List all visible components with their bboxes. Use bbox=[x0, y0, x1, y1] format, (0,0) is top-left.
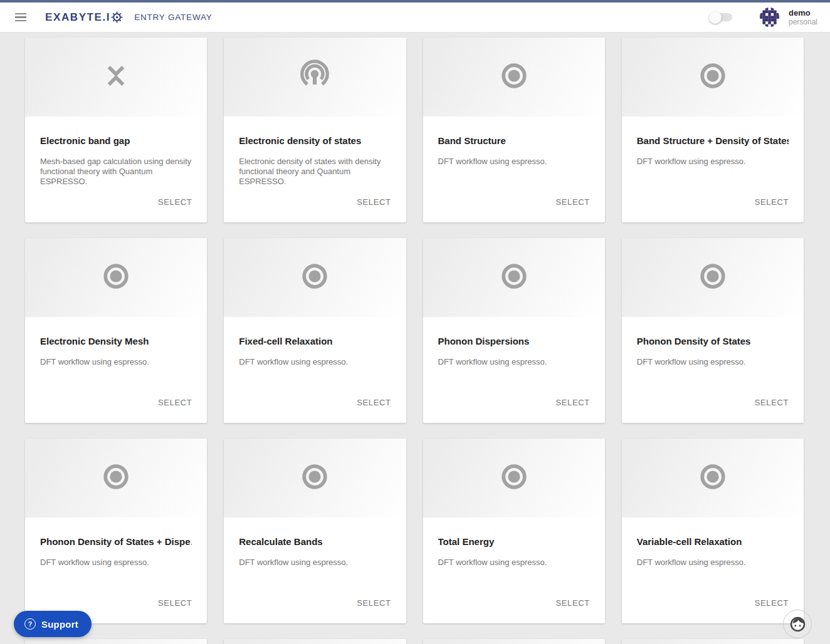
user-info[interactable]: demo personal bbox=[789, 8, 817, 27]
workflow-card: Electronic band gap Mesh-based gap calcu… bbox=[25, 38, 207, 222]
card-title: Phonon Density of States + Dispe… bbox=[40, 536, 192, 547]
select-button[interactable]: SELECT bbox=[158, 195, 192, 209]
card-description: DFT workflow using espresso. bbox=[438, 357, 590, 367]
card-title: Total Energy bbox=[438, 536, 590, 547]
workflow-card: Phonon Density of States DFT workflow us… bbox=[622, 238, 804, 423]
toggle-knob[interactable] bbox=[709, 11, 722, 24]
card-description: DFT workflow using espresso. bbox=[40, 558, 192, 568]
select-button[interactable]: SELECT bbox=[556, 195, 590, 209]
app-header: EXABYTE.I ENTRY GATEWAY demo personal bbox=[0, 3, 830, 33]
card-title: Fixed-cell Relaxation bbox=[239, 336, 391, 346]
card-media bbox=[423, 38, 605, 117]
bullseye-icon bbox=[500, 61, 528, 93]
workflow-card: Electronic Density Mesh DFT workflow usi… bbox=[25, 238, 207, 423]
user-name: demo bbox=[789, 8, 817, 18]
bullseye-icon bbox=[102, 462, 130, 494]
select-button[interactable]: SELECT bbox=[357, 195, 391, 209]
card-media bbox=[224, 439, 406, 517]
select-button[interactable]: SELECT bbox=[556, 395, 590, 410]
card-description: DFT workflow using espresso. bbox=[438, 558, 590, 568]
workflow-card: Band Structure DFT workflow using espres… bbox=[423, 38, 605, 222]
workflow-card: Band Structure + Density of States DFT w… bbox=[622, 38, 804, 222]
select-button[interactable]: SELECT bbox=[755, 596, 789, 610]
card-description: DFT workflow using espresso. bbox=[40, 357, 192, 367]
workflow-card-partial bbox=[25, 639, 207, 644]
support-button-label: Support bbox=[41, 619, 78, 630]
chat-face-button[interactable] bbox=[783, 610, 812, 638]
card-description: DFT workflow using espresso. bbox=[438, 157, 590, 167]
workflow-card-partial bbox=[224, 639, 406, 644]
face-icon bbox=[789, 616, 806, 633]
bullseye-icon bbox=[500, 262, 528, 293]
select-button[interactable]: SELECT bbox=[556, 596, 590, 610]
card-title: Band Structure bbox=[438, 135, 590, 146]
card-description: DFT workflow using espresso. bbox=[637, 558, 789, 568]
workflow-card: Phonon Dispersions DFT workflow using es… bbox=[423, 238, 605, 423]
workflow-card: Total Energy DFT workflow using espresso… bbox=[423, 439, 605, 623]
card-title: Electronic Density Mesh bbox=[40, 336, 192, 346]
brand-logo[interactable]: EXABYTE.I bbox=[45, 11, 123, 24]
theme-toggle[interactable] bbox=[711, 13, 732, 21]
user-account-type: personal bbox=[789, 18, 817, 26]
card-title: Phonon Density of States bbox=[637, 336, 789, 346]
card-title: Phonon Dispersions bbox=[438, 336, 590, 346]
card-title: Variable-cell Relaxation bbox=[637, 536, 789, 547]
brand-logo-text: EXABYTE.I bbox=[45, 11, 110, 24]
bullseye-icon bbox=[500, 462, 528, 494]
select-button[interactable]: SELECT bbox=[357, 395, 391, 410]
card-title: Band Structure + Density of States bbox=[637, 135, 789, 146]
card-media bbox=[224, 38, 406, 117]
hamburger-menu-icon[interactable] bbox=[10, 7, 31, 28]
avatar[interactable] bbox=[760, 8, 779, 27]
workflow-card-grid: Electronic band gap Mesh-based gap calcu… bbox=[0, 33, 830, 644]
card-media bbox=[423, 238, 605, 317]
card-media bbox=[622, 238, 804, 317]
card-title: Electronic band gap bbox=[40, 135, 192, 146]
support-button[interactable]: ? Support bbox=[14, 611, 92, 637]
card-title: Electronic density of states bbox=[239, 135, 391, 146]
band-gap-icon bbox=[103, 63, 129, 91]
workflow-card: Fixed-cell Relaxation DFT workflow using… bbox=[224, 238, 406, 423]
select-button[interactable]: SELECT bbox=[357, 596, 391, 610]
card-description: DFT workflow using espresso. bbox=[239, 558, 391, 568]
card-media bbox=[622, 38, 804, 117]
bullseye-icon bbox=[300, 262, 329, 293]
question-mark-icon: ? bbox=[24, 618, 36, 630]
broadcast-icon bbox=[298, 59, 332, 95]
select-button[interactable]: SELECT bbox=[755, 395, 789, 410]
select-button[interactable]: SELECT bbox=[158, 395, 192, 410]
select-button[interactable]: SELECT bbox=[158, 596, 192, 610]
card-media bbox=[423, 439, 605, 517]
select-button[interactable]: SELECT bbox=[755, 195, 789, 209]
bullseye-icon bbox=[102, 262, 130, 293]
card-media bbox=[25, 238, 207, 317]
workflow-card: Recalculate Bands DFT workflow using esp… bbox=[224, 439, 406, 623]
page-title: ENTRY GATEWAY bbox=[134, 13, 212, 22]
workflow-card-partial bbox=[622, 639, 804, 644]
card-media bbox=[622, 439, 804, 517]
bullseye-icon bbox=[698, 61, 727, 93]
gear-logo-icon bbox=[111, 11, 123, 23]
workflow-card: Variable-cell Relaxation DFT workflow us… bbox=[622, 439, 804, 623]
bullseye-icon bbox=[698, 462, 727, 494]
workflow-card-partial bbox=[423, 639, 605, 644]
card-description: DFT workflow using espresso. bbox=[637, 157, 789, 167]
workflow-card: Electronic density of states Electronic … bbox=[224, 38, 406, 222]
card-description: Electronic density of states with densit… bbox=[239, 157, 391, 187]
card-media bbox=[25, 38, 207, 117]
card-description: DFT workflow using espresso. bbox=[637, 357, 789, 367]
bullseye-icon bbox=[300, 462, 329, 494]
card-media bbox=[25, 439, 207, 517]
card-description: Mesh-based gap calculation using density… bbox=[40, 157, 192, 187]
workflow-card: Phonon Density of States + Dispe… DFT wo… bbox=[25, 439, 207, 623]
card-media bbox=[224, 238, 406, 317]
card-description: DFT workflow using espresso. bbox=[239, 357, 391, 367]
card-title: Recalculate Bands bbox=[239, 536, 391, 547]
bullseye-icon bbox=[698, 262, 727, 293]
